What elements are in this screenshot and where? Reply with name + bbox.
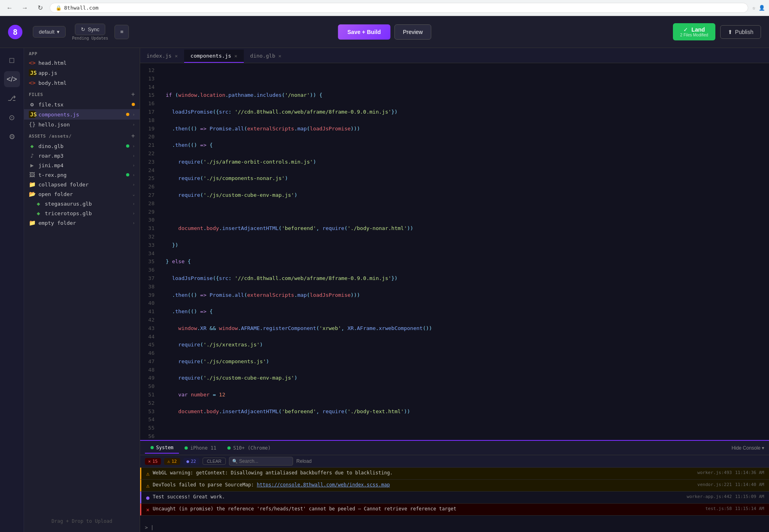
console-message-3: ● Test success! Great work. worker-app.j…: [140, 492, 769, 504]
sidebar-icon-settings[interactable]: ⚙: [4, 129, 20, 145]
tsx-icon: ⚙: [29, 101, 35, 108]
file-item-empty-folder[interactable]: 📁 empty folder ›: [24, 218, 140, 228]
add-file-button[interactable]: +: [131, 91, 135, 98]
code-line: [166, 208, 769, 216]
close-tab-icon[interactable]: ✕: [278, 53, 281, 59]
code-content[interactable]: if (window.location.pathname.includes('/…: [159, 63, 769, 440]
console-tab-system[interactable]: System: [145, 442, 179, 454]
sync-button[interactable]: ↻ Sync: [75, 24, 105, 35]
menu-button[interactable]: ≡: [114, 25, 129, 39]
branch-button[interactable]: default ▾: [33, 26, 66, 38]
code-line: .then(() => Promise.all(externalScripts.…: [166, 291, 769, 300]
file-item-jini-mp4[interactable]: ▶ jini.mp4 ›: [24, 160, 140, 170]
add-asset-button[interactable]: +: [131, 132, 135, 140]
chevron-icon: ›: [133, 122, 135, 127]
profile-icon[interactable]: 👤: [759, 5, 765, 11]
console-search-input[interactable]: [229, 457, 293, 466]
js-icon: JS: [29, 111, 35, 118]
chevron-icon: ›: [133, 112, 135, 117]
sidebar-icon-target[interactable]: ⊙: [4, 110, 20, 126]
html-icon: <>: [29, 60, 35, 66]
file-item-roar-mp3[interactable]: ♪ roar.mp3 ›: [24, 151, 140, 160]
tab-index-js[interactable]: index.js ✕: [140, 50, 184, 63]
browser-icons: ☆ 👤: [752, 5, 765, 11]
close-tab-icon[interactable]: ✕: [235, 53, 237, 59]
chevron-down-icon: ▾: [57, 29, 60, 35]
file-name: collapsed folder: [38, 182, 129, 188]
message-source: worker.js:493: [697, 470, 732, 475]
branch-label: default: [39, 29, 54, 35]
sidebar-icon-code[interactable]: </>: [4, 71, 20, 87]
file-item-components-js[interactable]: JS components.js ›: [24, 109, 140, 120]
tab-dino-glb[interactable]: dino.glb ✕: [244, 50, 288, 63]
code-line: }): [166, 241, 769, 250]
address-bar[interactable]: 🔒 8thwall.com: [50, 3, 748, 13]
back-button[interactable]: ←: [4, 2, 15, 14]
chevron-down-icon: ⌄: [133, 192, 135, 196]
search-icon: 🔍: [232, 459, 238, 464]
warn-icon: ⚠: [146, 482, 149, 489]
message-time: 11:15:14 AM: [735, 506, 764, 511]
file-name: components.js: [38, 112, 123, 118]
info-count: ● 22: [183, 458, 199, 465]
tab-label: dino.glb: [250, 53, 275, 59]
publish-button[interactable]: ⬆ Publish: [720, 25, 761, 39]
reload-button[interactable]: ↻: [34, 2, 46, 14]
file-item-hello-json[interactable]: {} hello.json ›: [24, 120, 140, 129]
file-item-open-folder[interactable]: 📂 open folder ⌄: [24, 189, 140, 199]
file-name: empty folder: [38, 220, 129, 226]
sync-icon: ↻: [81, 26, 85, 32]
console-tab-iphone[interactable]: iPhone 11: [179, 443, 222, 453]
status-dot-green: [126, 144, 129, 148]
assets-section-header: ASSETS /assets/ +: [24, 129, 140, 141]
star-icon[interactable]: ☆: [752, 5, 755, 11]
file-panel: APP <> head.html JS app.js <> body.html …: [24, 48, 140, 532]
hide-console-button[interactable]: Hide Console ▾: [732, 445, 764, 451]
chevron-icon: ›: [133, 221, 135, 225]
source-map-link[interactable]: https://console.8thwall.com/web/index.sc…: [257, 482, 390, 488]
drag-drop-area[interactable]: Drag + Drop to Upload: [24, 228, 140, 532]
html-icon: <>: [29, 80, 35, 86]
line-numbers: 12 13 14 15 16 17 18 19 20 21 22 23 24 2…: [140, 63, 159, 440]
file-item-stegasaurus-glb[interactable]: ◆ stegasaurus.glb ›: [24, 199, 140, 208]
file-name: dino.glb: [38, 143, 123, 149]
land-button[interactable]: ✓ Land 2 Files Modified: [673, 23, 715, 40]
land-label: Land: [691, 26, 705, 33]
file-item-head-html[interactable]: <> head.html: [24, 58, 140, 68]
right-buttons: ✓ Land 2 Files Modified ⬆ Publish: [673, 23, 761, 40]
code-line: window.XR && window.AFRAME.registerCompo…: [166, 324, 769, 333]
js-icon: JS: [29, 69, 35, 76]
code-line: loadJsPromise({src: '//cdn.8thwall.com/w…: [166, 274, 769, 283]
json-icon: {}: [29, 121, 35, 128]
message-source: worker-app.js:442: [687, 494, 732, 499]
sidebar-icon-git[interactable]: ⎇: [4, 90, 20, 106]
file-item-file-tsx[interactable]: ⚙ file.tsx: [24, 100, 140, 109]
file-item-tricerotops-glb[interactable]: ◆ tricerotops.glb ›: [24, 208, 140, 218]
console-tab-s10[interactable]: S10+ (Chrome): [222, 443, 276, 453]
save-build-button[interactable]: Save + Build: [338, 24, 391, 40]
pending-label: Pending Updates: [72, 36, 108, 40]
file-item-collapsed-folder[interactable]: 📁 collapsed folder ›: [24, 180, 140, 189]
message-text: WebGL warning: getContext: Disallowing a…: [153, 470, 694, 476]
publish-icon: ⬆: [728, 29, 733, 35]
logo: 8: [8, 25, 22, 39]
file-item-app-js[interactable]: JS app.js: [24, 68, 140, 78]
info-icon: ●: [187, 459, 189, 464]
message-text: Test success! Great work.: [153, 494, 683, 500]
file-item-t-rex-png[interactable]: 🖼 t-rex.png ›: [24, 170, 140, 180]
tab-components-js[interactable]: components.js ✕: [184, 50, 244, 63]
forward-button[interactable]: →: [19, 2, 30, 14]
lock-icon: 🔒: [56, 5, 62, 11]
app-container: 8 default ▾ ↻ Sync Pending Updates ≡ Sav…: [0, 16, 769, 532]
preview-button[interactable]: Preview: [394, 24, 431, 40]
sidebar-icon-box[interactable]: ◻: [4, 52, 20, 68]
code-editor[interactable]: 12 13 14 15 16 17 18 19 20 21 22 23 24 2…: [140, 63, 769, 440]
file-item-body-html[interactable]: <> body.html: [24, 78, 140, 88]
close-tab-icon[interactable]: ✕: [175, 53, 178, 59]
reload-button[interactable]: Reload: [296, 458, 311, 464]
clear-button[interactable]: CLEAR: [203, 458, 226, 465]
glb-icon: ◆: [35, 200, 42, 207]
console-toolbar: ✕ 15 ⚠ 12 ● 22 CLEAR 🔍: [140, 455, 769, 468]
file-item-dino-glb[interactable]: ◆ dino.glb ›: [24, 141, 140, 151]
file-name: tricerotops.glb: [45, 210, 129, 216]
